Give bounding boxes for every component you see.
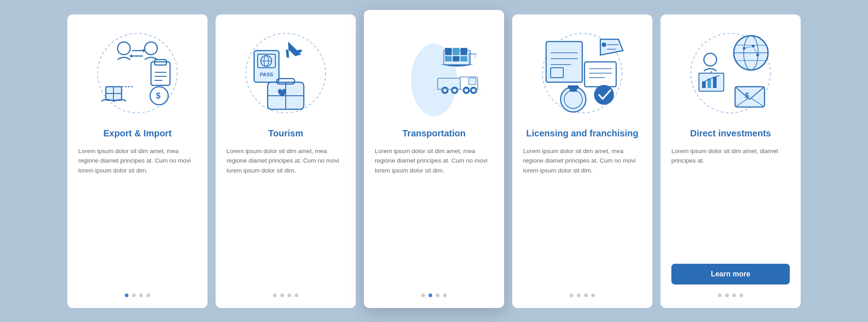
dot-2 [280, 294, 284, 297]
card-licensing-body: Lorem ipsum dolor sit dim amet, mea regi… [523, 146, 642, 285]
illustration-export-import: $ [92, 28, 183, 118]
card-tourism-title: Tourism [268, 127, 303, 139]
svg-rect-61 [585, 62, 616, 87]
svg-text:$: $ [745, 92, 749, 99]
card-tourism: PASS Tourism Lorem ipsum dolor sit dim a… [216, 14, 356, 308]
card-transportation-title: Transportation [402, 127, 466, 139]
card-transportation-body: Lorem ipsum dolor sit dim amet, mea regi… [375, 146, 493, 285]
svg-point-67 [594, 85, 614, 105]
card-transportation: Transportation Lorem ipsum dolor sit dim… [364, 10, 504, 308]
svg-rect-31 [453, 48, 459, 55]
svg-marker-6 [129, 54, 132, 58]
card-direct-investments: $ Direct investments Lorem ipsum dolor s… [660, 14, 801, 308]
svg-point-49 [472, 89, 476, 92]
card-export-import-body: Lorem ipsum dolor sit dim amet, mea regi… [78, 146, 197, 285]
svg-text:$: $ [156, 91, 160, 100]
svg-rect-35 [460, 56, 467, 61]
svg-rect-88 [713, 77, 717, 88]
dot-3 [732, 294, 736, 297]
dot-4 [591, 294, 595, 297]
svg-rect-69 [568, 85, 579, 89]
dot-4 [443, 294, 447, 297]
dot-1 [273, 294, 277, 297]
card-tourism-body: Lorem ipsum dolor sit dim amet, mea regi… [226, 146, 345, 285]
card-transportation-dots [421, 294, 447, 297]
dot-3 [584, 294, 588, 297]
dot-1 [570, 294, 573, 297]
dot-2 [725, 294, 729, 297]
dot-2 [577, 294, 580, 297]
card-licensing: Licensing and franchising Lorem ipsum do… [512, 14, 652, 308]
dot-4 [740, 294, 743, 297]
svg-point-1 [118, 42, 130, 55]
dot-4 [146, 294, 150, 297]
svg-point-82 [704, 53, 717, 66]
dot-2 [132, 294, 136, 297]
card-tourism-dots [273, 294, 298, 297]
svg-text:PASS: PASS [260, 72, 273, 77]
svg-rect-33 [445, 56, 452, 61]
svg-point-58 [602, 42, 606, 47]
illustration-direct-investments: $ [685, 28, 776, 118]
dot-3 [436, 294, 439, 297]
card-export-import-title: Export & Import [103, 127, 171, 139]
svg-marker-57 [600, 39, 623, 55]
card-direct-investments-dots [718, 294, 743, 297]
dot-2 [429, 294, 432, 297]
card-direct-investments-body: Lorem ipsum dolor sit dim amet, diamet p… [671, 146, 790, 255]
svg-point-2 [145, 42, 157, 55]
svg-rect-52 [546, 42, 582, 82]
dot-1 [421, 294, 425, 297]
card-export-import-dots [125, 294, 150, 297]
card-export-import: $ Export & Import Lorem ipsum dolor sit … [67, 14, 208, 308]
illustration-transportation [384, 23, 484, 118]
svg-rect-30 [445, 48, 452, 55]
svg-rect-32 [460, 48, 467, 55]
cards-container: $ Export & Import Lorem ipsum dolor sit … [49, 1, 819, 322]
card-licensing-dots [570, 294, 595, 297]
learn-more-button[interactable]: Learn more [671, 264, 790, 285]
svg-rect-34 [453, 56, 459, 61]
dot-3 [139, 294, 143, 297]
card-direct-investments-title: Direct investments [690, 127, 771, 139]
card-licensing-title: Licensing and franchising [526, 127, 638, 139]
dot-3 [288, 294, 291, 297]
svg-point-43 [443, 89, 447, 92]
illustration-tourism: PASS [241, 28, 331, 118]
svg-rect-40 [469, 78, 476, 84]
dot-4 [295, 294, 298, 297]
dot-1 [125, 294, 128, 297]
illustration-licensing [537, 28, 627, 118]
svg-point-0 [98, 33, 177, 113]
svg-point-45 [453, 89, 457, 92]
svg-point-47 [465, 89, 468, 92]
dot-1 [718, 294, 722, 297]
